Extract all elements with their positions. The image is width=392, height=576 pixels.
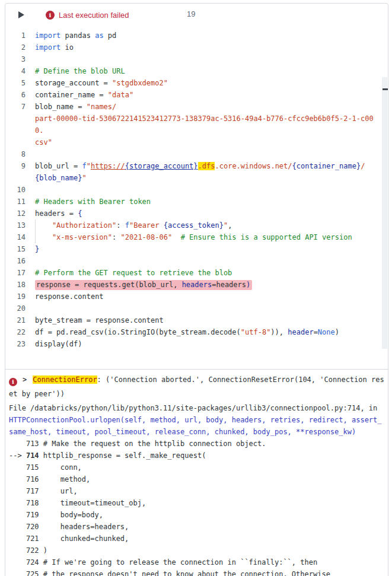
line-number: 10 [5, 184, 35, 196]
status-text: Last execution failed [59, 11, 129, 20]
line-number: 14 [5, 231, 35, 243]
code-line[interactable]: 11# Headers with Bearer token [5, 196, 380, 208]
code-line[interactable]: 10 [5, 184, 380, 196]
traceback-line: 724 # If we're going to release the conn… [9, 556, 385, 568]
error-info-icon: i [9, 378, 17, 386]
scrollbar-marker [383, 88, 388, 90]
cell-output: i>ConnectionError: ('Connection aborted.… [5, 369, 388, 576]
traceback-frame-header: File /databricks/python/lib/python3.11/s… [9, 402, 385, 438]
run-cell-play-icon[interactable] [18, 11, 24, 18]
line-number: 9 [5, 160, 35, 172]
traceback-line: 716 method, [9, 473, 385, 485]
code-line[interactable]: 22df = pd.read_csv(io.StringIO(byte_stre… [5, 326, 380, 338]
line-number: 15 [5, 243, 35, 255]
code-line[interactable]: 19response.content [5, 291, 380, 303]
code-lines: 1import pandas as pd2import io34# Define… [5, 30, 380, 350]
traceback-line: 719 body=body, [9, 509, 385, 521]
code-line[interactable]: 8 [5, 148, 380, 160]
code-line[interactable]: 4# Define the blob URL [5, 65, 380, 77]
line-number: 22 [5, 326, 35, 338]
code-line[interactable]: csv" [5, 136, 380, 148]
traceback-line: 722 ) [9, 545, 385, 556]
code-line[interactable]: 23display(df) [5, 338, 380, 350]
line-number: 12 [5, 208, 35, 219]
error-type-highlighted: ConnectionError [33, 375, 97, 384]
notebook-cell: i Last execution failed 19 1import panda… [5, 3, 388, 576]
line-number: 17 [5, 267, 35, 279]
line-number: 2 [5, 42, 35, 53]
code-line[interactable]: 12headers = { [5, 208, 380, 219]
code-line[interactable]: 14"x-ms-version": "2021-08-06" # Ensure … [5, 231, 380, 243]
traceback-function-signature: HTTPConnectionPool.urlopen(self, method,… [9, 416, 382, 436]
code-line[interactable]: 5storage_account = "stgdbxdemo2" [5, 77, 380, 89]
error-summary: i>ConnectionError: ('Connection aborted.… [9, 373, 385, 401]
traceback-line: 717 url, [9, 485, 385, 497]
line-number: 1 [5, 30, 35, 42]
code-line[interactable]: 15} [5, 243, 380, 255]
traceback-line: 715 conn, [9, 462, 385, 473]
code-line[interactable]: {blob_name}" [5, 172, 380, 184]
traceback-file-path: File /databricks/python/lib/python3.11/s… [9, 404, 382, 412]
error-highlighted-line: response = requests.get(blob_url, header… [35, 280, 252, 290]
code-line[interactable]: 7blob_name = "names/ [5, 101, 380, 113]
line-number: 18 [5, 279, 35, 291]
code-editor[interactable]: 1import pandas as pd2import io34# Define… [5, 26, 388, 369]
line-number: 6 [5, 89, 35, 101]
execution-status: i Last execution failed [46, 11, 129, 20]
expand-traceback-chevron-icon[interactable]: > [23, 375, 27, 384]
traceback-line: 721 chunked=chunked, [9, 533, 385, 545]
code-line[interactable]: 17# Perform the GET request to retrieve … [5, 267, 380, 279]
code-line[interactable]: 21byte_stream = response.content [5, 314, 380, 326]
line-number: 7 [5, 101, 35, 113]
indent-guide [35, 231, 52, 243]
code-line[interactable]: 1import pandas as pd [5, 30, 380, 42]
line-number [5, 113, 35, 136]
code-line[interactable]: 16 [5, 255, 380, 267]
traceback-line: 720 headers=headers, [9, 521, 385, 533]
line-number: 5 [5, 77, 35, 89]
line-number [5, 172, 35, 184]
line-number: 16 [5, 255, 35, 267]
traceback-line: 725 # the response doesn't need to know … [9, 568, 385, 576]
line-number: 19 [5, 291, 35, 303]
code-line[interactable]: 6container_name = "data" [5, 89, 380, 101]
traceback-line: --> 714 httplib_response = self._make_re… [9, 450, 385, 462]
line-number: 13 [5, 219, 35, 231]
line-number: 3 [5, 53, 35, 65]
line-number [5, 136, 35, 148]
code-line[interactable]: 20 [5, 303, 380, 314]
code-line[interactable]: 18response = requests.get(blob_url, head… [5, 279, 380, 291]
line-number: 8 [5, 148, 35, 160]
cell-header: i Last execution failed 19 [5, 4, 388, 26]
execution-count: 19 [187, 9, 195, 18]
line-number: 23 [5, 338, 35, 350]
code-line[interactable]: 3 [5, 53, 380, 65]
error-info-icon: i [46, 11, 55, 20]
traceback-context: 713 # Make the request on the httplib co… [9, 438, 385, 576]
code-line[interactable]: 13"Authorization": f"Bearer {access_toke… [5, 219, 380, 231]
indent-guide [35, 219, 52, 231]
line-number: 11 [5, 196, 35, 208]
editor-scrollbar[interactable] [382, 77, 387, 349]
code-line[interactable]: 2import io [5, 42, 380, 53]
line-number: 20 [5, 303, 35, 314]
line-number: 21 [5, 314, 35, 326]
line-number: 4 [5, 65, 35, 77]
code-line[interactable]: 9blob_url = f"https://{storage_account}.… [5, 160, 380, 172]
traceback-line: 713 # Make the request on the httplib co… [9, 438, 385, 450]
traceback-line: 718 timeout=timeout_obj, [9, 497, 385, 509]
code-line[interactable]: part-00000-tid-5306722141523412773-13837… [5, 113, 380, 136]
